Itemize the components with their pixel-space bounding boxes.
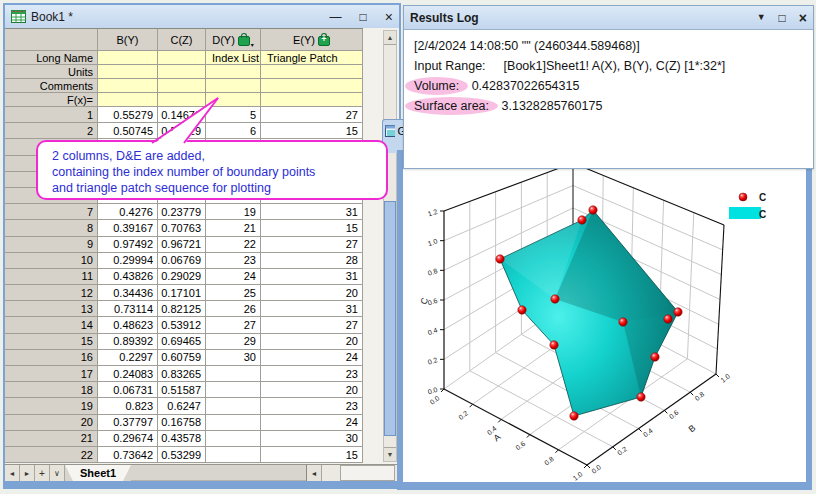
convex-hull-surface[interactable]: [500, 210, 678, 416]
cell-b[interactable]: 0.43826: [98, 269, 158, 285]
row-header[interactable]: 16: [5, 350, 98, 366]
cell-d[interactable]: 27: [206, 317, 261, 333]
cell-e[interactable]: 23: [261, 366, 363, 382]
row-header[interactable]: 12: [5, 285, 98, 301]
3d-plot[interactable]: 0.00.20.40.60.81.01.2C0.00.20.40.60.81.0…: [403, 150, 806, 482]
row-header[interactable]: 11: [5, 269, 98, 285]
data-point[interactable]: [589, 206, 597, 214]
row-header[interactable]: 10: [5, 253, 98, 269]
cell-c[interactable]: 0.16758: [158, 415, 206, 431]
tab-sheet1[interactable]: Sheet1: [65, 465, 131, 481]
header-cell[interactable]: Triangle Patch: [261, 51, 363, 65]
sheet-list-icon[interactable]: ∨: [50, 465, 65, 481]
cell-d[interactable]: [206, 415, 261, 431]
vertical-scrollbar-thumb[interactable]: [384, 201, 396, 436]
cell-e[interactable]: 23: [261, 398, 363, 414]
corner-cell[interactable]: [5, 29, 98, 51]
cell-b[interactable]: 0.2297: [98, 350, 158, 366]
row-header[interactable]: 14: [5, 317, 98, 333]
row-label-cell[interactable]: F(x)=: [5, 93, 98, 107]
cell-d[interactable]: 22: [206, 237, 261, 253]
column-header-d[interactable]: D(Y)▾: [206, 29, 261, 51]
cell-c[interactable]: 0.17101: [158, 285, 206, 301]
cell-d[interactable]: 26: [206, 301, 261, 317]
cell-b[interactable]: 0.37797: [98, 415, 158, 431]
row-label-cell[interactable]: Comments: [5, 79, 98, 93]
maximize-icon[interactable]: □: [360, 11, 367, 23]
header-cell[interactable]: [261, 93, 363, 107]
tab-prev-icon[interactable]: ◄: [5, 465, 20, 481]
cell-c[interactable]: 0.53912: [158, 317, 206, 333]
vertical-scrollbar[interactable]: ▲ ▼: [383, 30, 397, 462]
cell-d[interactable]: 19: [206, 204, 261, 220]
data-point[interactable]: [674, 308, 682, 316]
cell-b[interactable]: 0.97492: [98, 237, 158, 253]
cell-c[interactable]: 0.23779: [158, 204, 206, 220]
cell-c[interactable]: 0.69465: [158, 334, 206, 350]
header-cell[interactable]: [98, 79, 158, 93]
cell-c[interactable]: 0.51587: [158, 382, 206, 398]
cell-b[interactable]: 0.39167: [98, 220, 158, 236]
green-lock-plus-icon[interactable]: [318, 36, 330, 46]
data-point[interactable]: [578, 216, 586, 224]
header-cell[interactable]: [98, 65, 158, 79]
data-point[interactable]: [619, 318, 627, 326]
results-log-window[interactable]: Results Log ▼ □ × [2/4/2024 14:08:50 "" …: [403, 5, 814, 169]
row-header[interactable]: 17: [5, 366, 98, 382]
header-cell[interactable]: Index List: [206, 51, 261, 65]
header-cell[interactable]: [206, 65, 261, 79]
cell-b[interactable]: 0.48623: [98, 317, 158, 333]
data-point[interactable]: [637, 393, 645, 401]
cell-c[interactable]: 0.43578: [158, 431, 206, 447]
plot-legend[interactable]: CC: [729, 192, 766, 220]
cell-b[interactable]: 0.29674: [98, 431, 158, 447]
header-cell[interactable]: [98, 51, 158, 65]
cell-e[interactable]: 20: [261, 285, 363, 301]
cell-e[interactable]: 20: [261, 334, 363, 350]
data-point[interactable]: [551, 295, 559, 303]
cell-e[interactable]: 27: [261, 237, 363, 253]
data-point[interactable]: [664, 315, 672, 323]
cell-e[interactable]: 15: [261, 123, 363, 139]
cell-b[interactable]: 0.24083: [98, 366, 158, 382]
row-header[interactable]: 2: [5, 123, 98, 139]
close-icon[interactable]: ×: [385, 10, 393, 24]
dropdown-icon[interactable]: ▼: [757, 13, 766, 22]
horizontal-scrollbar-thumb[interactable]: [340, 465, 395, 481]
cell-b[interactable]: 0.34436: [98, 285, 158, 301]
header-cell[interactable]: [158, 79, 206, 93]
column-header-b[interactable]: B(Y): [98, 29, 158, 51]
column-header-e[interactable]: E(Y): [261, 29, 363, 51]
float-icon[interactable]: □: [779, 12, 786, 24]
book1-titlebar[interactable]: Book1 * — □ ×: [5, 5, 399, 28]
row-header[interactable]: 9: [5, 237, 98, 253]
data-point[interactable]: [496, 255, 504, 263]
cell-b[interactable]: 0.06731: [98, 382, 158, 398]
row-header[interactable]: 19: [5, 398, 98, 414]
minimize-icon[interactable]: —: [330, 11, 342, 23]
header-cell[interactable]: [261, 79, 363, 93]
header-cell[interactable]: [158, 65, 206, 79]
cell-d[interactable]: 23: [206, 253, 261, 269]
cell-e[interactable]: 15: [261, 220, 363, 236]
row-header[interactable]: 18: [5, 382, 98, 398]
cell-e[interactable]: 27: [261, 107, 363, 123]
results-log-titlebar[interactable]: Results Log ▼ □ ×: [404, 6, 813, 29]
cell-d[interactable]: 25: [206, 285, 261, 301]
horizontal-scrollbar[interactable]: ◄: [306, 465, 399, 481]
cell-e[interactable]: 28: [261, 253, 363, 269]
cell-e[interactable]: 30: [261, 431, 363, 447]
cell-b[interactable]: 0.73114: [98, 301, 158, 317]
tab-next-icon[interactable]: ►: [20, 465, 35, 481]
cell-d[interactable]: 24: [206, 269, 261, 285]
scroll-down-icon[interactable]: ▼: [384, 447, 396, 461]
cell-e[interactable]: 24: [261, 350, 363, 366]
cell-d[interactable]: [206, 398, 261, 414]
column-header-c[interactable]: C(Z): [158, 29, 206, 51]
cell-e[interactable]: 20: [261, 382, 363, 398]
data-point[interactable]: [570, 412, 578, 420]
cell-c[interactable]: 0.6247: [158, 398, 206, 414]
row-header[interactable]: 15: [5, 334, 98, 350]
row-label-cell[interactable]: Units: [5, 65, 98, 79]
row-header[interactable]: 21: [5, 431, 98, 447]
